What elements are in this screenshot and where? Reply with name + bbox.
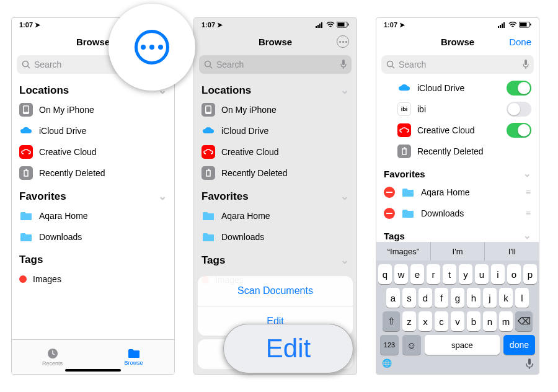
location-on-my-iphone[interactable]: On My iPhone bbox=[194, 99, 356, 120]
trash-icon bbox=[397, 145, 411, 158]
done-key[interactable]: done bbox=[503, 335, 535, 355]
location-icloud-drive[interactable]: iCloud Drive bbox=[12, 120, 174, 141]
mic-icon[interactable] bbox=[523, 60, 529, 69]
favorites-header[interactable]: Favorites⌄ bbox=[194, 184, 356, 205]
key-n[interactable]: n bbox=[483, 311, 497, 331]
search-input[interactable]: Search bbox=[199, 55, 352, 74]
backspace-key[interactable]: ⌫ bbox=[515, 311, 533, 331]
favorite-aqara-home[interactable]: Aqara Home bbox=[194, 205, 356, 226]
svg-rect-13 bbox=[317, 25, 319, 28]
favorite-edit-downloads: Downloads ≡ bbox=[376, 203, 539, 224]
key-h[interactable]: h bbox=[467, 288, 480, 308]
search-icon bbox=[204, 60, 213, 69]
search-input[interactable]: Search bbox=[381, 55, 534, 74]
favorite-aqara-home[interactable]: Aqara Home bbox=[12, 205, 174, 226]
key-t[interactable]: t bbox=[443, 264, 456, 284]
key-q[interactable]: q bbox=[378, 264, 392, 284]
location-on-my-iphone[interactable]: On My iPhone bbox=[12, 99, 174, 120]
location-arrow-icon: ➤ bbox=[35, 21, 40, 29]
location-recently-deleted[interactable]: Recently Deleted bbox=[376, 141, 539, 162]
creative-cloud-icon bbox=[202, 145, 215, 159]
home-indicator[interactable] bbox=[65, 369, 121, 372]
key-u[interactable]: u bbox=[475, 264, 489, 284]
status-bar: 1:07 ➤ bbox=[194, 18, 356, 32]
favorite-downloads[interactable]: Downloads bbox=[194, 226, 356, 247]
location-icloud-drive[interactable]: iCloud Drive bbox=[194, 120, 356, 141]
key-s[interactable]: s bbox=[402, 288, 416, 308]
mic-icon[interactable] bbox=[340, 60, 347, 69]
delete-button[interactable] bbox=[384, 187, 395, 198]
locations-header[interactable]: Locations⌄ bbox=[194, 78, 356, 99]
key-a[interactable]: a bbox=[386, 288, 400, 308]
reorder-handle[interactable]: ≡ bbox=[526, 187, 531, 197]
more-button[interactable] bbox=[337, 35, 349, 48]
tag-images[interactable]: Images bbox=[12, 269, 174, 290]
svg-line-20 bbox=[210, 66, 212, 68]
suggestion[interactable]: I'll bbox=[484, 242, 539, 261]
toggle-icloud[interactable] bbox=[507, 81, 531, 96]
svg-rect-33 bbox=[525, 60, 527, 65]
favorites-header[interactable]: Favorites ⌄ bbox=[12, 184, 174, 205]
status-bar: 1:07 ➤ bbox=[376, 18, 539, 32]
location-recently-deleted[interactable]: Recently Deleted bbox=[12, 163, 174, 184]
key-i[interactable]: i bbox=[491, 264, 505, 284]
key-o[interactable]: o bbox=[507, 264, 521, 284]
favorites-header[interactable]: Favorites⌄ bbox=[376, 162, 539, 182]
folder-icon bbox=[401, 185, 415, 199]
key-e[interactable]: e bbox=[410, 264, 424, 284]
svg-point-7 bbox=[23, 61, 29, 67]
phone-screen-3: 1:07 ➤ Browse Done Search iCloud Drive i… bbox=[376, 17, 539, 375]
creative-cloud-icon bbox=[19, 145, 33, 159]
key-k[interactable]: k bbox=[499, 288, 513, 308]
shift-key[interactable]: ⇧ bbox=[383, 311, 400, 331]
done-button[interactable]: Done bbox=[509, 37, 531, 47]
action-scan-documents[interactable]: Scan Documents bbox=[198, 276, 353, 306]
location-creative-cloud-toggle: Creative Cloud bbox=[376, 120, 539, 141]
suggestion[interactable]: I'm bbox=[430, 242, 485, 261]
key-r[interactable]: r bbox=[427, 264, 440, 284]
toggle-creative-cloud[interactable] bbox=[507, 123, 531, 138]
suggestion[interactable]: “Images” bbox=[376, 242, 430, 261]
key-b[interactable]: b bbox=[467, 311, 480, 331]
location-creative-cloud[interactable]: Creative Cloud bbox=[12, 141, 174, 163]
folder-icon bbox=[202, 230, 215, 244]
delete-button[interactable] bbox=[384, 208, 395, 219]
key-w[interactable]: w bbox=[394, 264, 408, 284]
key-m[interactable]: m bbox=[499, 311, 513, 331]
dictate-key[interactable] bbox=[526, 359, 533, 372]
key-j[interactable]: j bbox=[483, 288, 497, 308]
key-y[interactable]: y bbox=[459, 264, 472, 284]
favorite-downloads[interactable]: Downloads bbox=[12, 226, 174, 247]
reorder-handle[interactable]: ≡ bbox=[526, 208, 531, 218]
folder-icon bbox=[128, 348, 140, 359]
trash-icon bbox=[19, 166, 33, 180]
tags-header[interactable]: Tags⌄ bbox=[376, 224, 539, 244]
nav-bar: Browse Done bbox=[376, 32, 539, 51]
svg-rect-21 bbox=[342, 60, 345, 65]
key-x[interactable]: x bbox=[418, 311, 432, 331]
globe-key[interactable]: 🌐 bbox=[382, 359, 392, 372]
tags-header[interactable]: Tags bbox=[12, 247, 174, 269]
tags-header[interactable]: Tags⌄ bbox=[194, 247, 356, 269]
phone-screen-2: 1:07 ➤ Browse Search Locations⌄ On My iP… bbox=[193, 17, 357, 375]
key-z[interactable]: z bbox=[402, 311, 416, 331]
suggestion-bar: “Images” I'm I'll bbox=[376, 242, 539, 261]
signal-icon bbox=[316, 22, 324, 28]
space-key[interactable]: space bbox=[425, 335, 500, 355]
key-p[interactable]: p bbox=[523, 264, 537, 284]
key-v[interactable]: v bbox=[451, 311, 464, 331]
key-g[interactable]: g bbox=[451, 288, 464, 308]
key-c[interactable]: c bbox=[435, 311, 448, 331]
battery-icon bbox=[337, 22, 349, 28]
key-l[interactable]: l bbox=[515, 288, 529, 308]
numbers-key[interactable]: 123 bbox=[380, 335, 399, 355]
svg-point-19 bbox=[205, 61, 211, 67]
svg-rect-15 bbox=[321, 22, 322, 28]
key-d[interactable]: d bbox=[418, 288, 432, 308]
emoji-key[interactable]: ☺ bbox=[402, 335, 421, 355]
key-f[interactable]: f bbox=[435, 288, 448, 308]
location-creative-cloud[interactable]: Creative Cloud bbox=[194, 141, 356, 163]
location-recently-deleted[interactable]: Recently Deleted bbox=[194, 163, 356, 184]
toggle-ibi[interactable] bbox=[507, 102, 531, 117]
svg-rect-25 bbox=[500, 25, 501, 28]
